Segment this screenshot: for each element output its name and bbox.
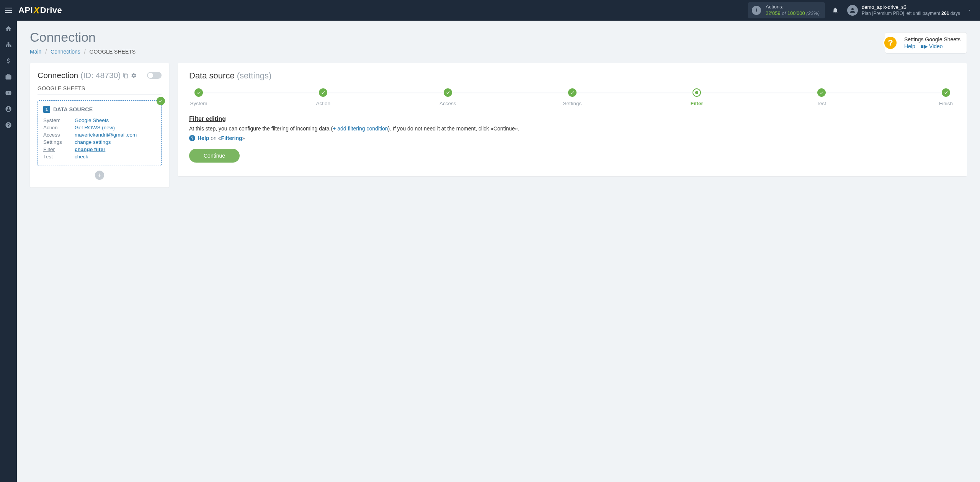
- step-action[interactable]: Action: [314, 88, 333, 106]
- breadcrumb: Main / Connections / GOOGLE SHEETS: [30, 49, 967, 55]
- data-source-title: Data source (settings): [189, 71, 956, 81]
- sidebar-video[interactable]: [0, 85, 17, 101]
- bell-icon: [832, 7, 839, 14]
- step-dot: [568, 88, 577, 97]
- step-dot: [817, 88, 826, 97]
- step-label: System: [190, 101, 207, 106]
- step-finish[interactable]: Finish: [936, 88, 956, 106]
- ds-row-settings: Settingschange settings: [43, 138, 156, 146]
- sidebar-briefcase[interactable]: [0, 69, 17, 85]
- ds-row-access: Accessmaverickandrii@gmail.com: [43, 131, 156, 138]
- svg-rect-10: [10, 45, 11, 46]
- user-plan: Plan |Premium PRO| left until payment 26…: [862, 11, 960, 17]
- step-label: Settings: [563, 101, 582, 106]
- svg-rect-0: [5, 8, 12, 8]
- ds-action-link[interactable]: Get ROWS (new): [75, 125, 115, 130]
- copy-icon[interactable]: [123, 73, 129, 78]
- step-dot: [194, 88, 203, 97]
- ds-access-link[interactable]: maverickandrii@gmail.com: [75, 132, 137, 138]
- actions-label: Actions:: [766, 4, 820, 10]
- settings-card: Data source (settings) SystemActionAcces…: [178, 63, 967, 176]
- hamburger-menu[interactable]: [0, 0, 17, 21]
- user-icon: [5, 106, 12, 112]
- connection-card: Connection (ID: 48730) GOOGLE SHEETS 1 D…: [30, 63, 169, 187]
- ds-filter-link[interactable]: change filter: [75, 147, 105, 152]
- svg-rect-3: [8, 42, 10, 44]
- step-label: Access: [439, 101, 456, 106]
- home-icon: [5, 25, 12, 32]
- logo-x: X: [33, 5, 40, 16]
- step-label: Finish: [939, 101, 953, 106]
- main-content: Connection Main / Connections / GOOGLE S…: [17, 21, 980, 197]
- help-link[interactable]: Help: [904, 43, 915, 49]
- check-icon: [157, 97, 165, 105]
- step-dot: [444, 88, 452, 97]
- ds-test-link[interactable]: check: [75, 154, 88, 160]
- user-name: demo_apix-drive_s3: [862, 4, 960, 11]
- data-source-label: DATA SOURCE: [53, 106, 93, 112]
- sidebar: [0, 21, 17, 197]
- video-link[interactable]: Video: [929, 43, 943, 49]
- topbar: APIXDrive i Actions: 22'059 of 100'000 (…: [0, 0, 980, 21]
- camera-icon: ■▶: [921, 43, 928, 49]
- chevron-down-icon: [967, 8, 972, 13]
- actions-counter[interactable]: i Actions: 22'059 of 100'000 (22%): [748, 2, 825, 18]
- help-filtering-link[interactable]: Help: [198, 135, 209, 141]
- breadcrumb-connections[interactable]: Connections: [51, 49, 80, 55]
- ds-settings-link[interactable]: change settings: [75, 139, 111, 145]
- logo[interactable]: APIXDrive: [18, 5, 62, 16]
- notifications-button[interactable]: [827, 7, 843, 14]
- ds-row-action: ActionGet ROWS (new): [43, 124, 156, 131]
- sitemap-icon: [5, 41, 12, 48]
- step-filter[interactable]: Filter: [687, 88, 706, 106]
- sidebar-help[interactable]: [0, 117, 17, 133]
- step-dot: [693, 88, 701, 97]
- user-avatar-icon: [847, 5, 858, 16]
- help-box: ? Settings Google Sheets Help ■▶Video: [885, 32, 967, 54]
- add-filter-condition-link[interactable]: + add filtering condition: [333, 125, 388, 132]
- step-dot: [942, 88, 950, 97]
- gear-icon[interactable]: [131, 73, 137, 78]
- filter-editing-heading: Filter editing: [189, 116, 956, 122]
- svg-rect-2: [5, 12, 12, 13]
- logo-api: API: [18, 5, 33, 15]
- dollar-icon: [5, 57, 12, 64]
- svg-rect-9: [7, 45, 7, 46]
- sidebar-connections[interactable]: [0, 37, 17, 53]
- connection-toggle[interactable]: [147, 72, 162, 79]
- stepper: SystemActionAccessSettingsFilterTestFini…: [189, 88, 956, 106]
- continue-button[interactable]: Continue: [189, 149, 240, 163]
- user-menu[interactable]: demo_apix-drive_s3 Plan |Premium PRO| le…: [843, 4, 975, 16]
- actions-pct: (22%): [806, 10, 820, 16]
- svg-rect-5: [8, 46, 10, 47]
- actions-used: 22'059: [766, 10, 781, 16]
- sidebar-billing[interactable]: [0, 53, 17, 69]
- data-source-number: 1: [43, 106, 50, 113]
- hamburger-icon: [5, 8, 12, 13]
- connection-id: (ID: 48730): [80, 71, 121, 80]
- help-line: ? Help on «Filtering»: [189, 135, 956, 141]
- step-system[interactable]: System: [189, 88, 208, 106]
- data-source-box: 1 DATA SOURCE SystemGoogle Sheets Action…: [38, 100, 162, 166]
- breadcrumb-current: GOOGLE SHEETS: [90, 49, 136, 55]
- filter-editing-text: At this step, you can configure the filt…: [189, 125, 956, 133]
- step-label: Filter: [691, 101, 703, 106]
- actions-of: of: [782, 10, 786, 16]
- sidebar-account[interactable]: [0, 101, 17, 117]
- help-qmark-icon[interactable]: ?: [883, 36, 898, 50]
- step-settings[interactable]: Settings: [563, 88, 582, 106]
- step-access[interactable]: Access: [438, 88, 457, 106]
- step-label: Test: [817, 101, 826, 106]
- help-q-icon: ?: [189, 135, 195, 141]
- ds-row-filter: Filterchange filter: [43, 146, 156, 153]
- briefcase-icon: [5, 73, 12, 80]
- ds-system-link[interactable]: Google Sheets: [75, 117, 109, 123]
- video-link-wrap[interactable]: ■▶Video: [921, 43, 947, 49]
- add-destination-button[interactable]: +: [95, 171, 104, 180]
- svg-rect-1: [5, 10, 12, 11]
- sidebar-home[interactable]: [0, 21, 17, 37]
- step-dot: [319, 88, 327, 97]
- breadcrumb-main[interactable]: Main: [30, 49, 41, 55]
- logo-drive: Drive: [40, 5, 62, 15]
- step-test[interactable]: Test: [812, 88, 831, 106]
